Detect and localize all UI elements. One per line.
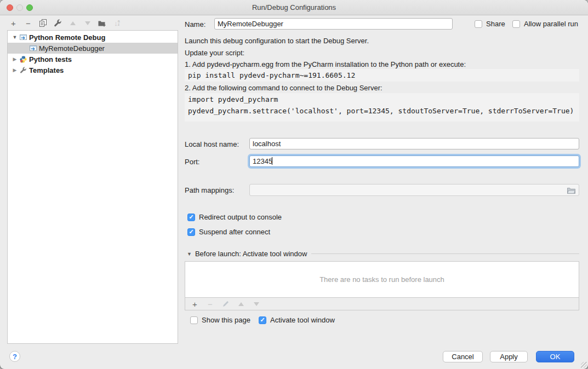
local-host-name-input[interactable] <box>249 138 579 149</box>
move-task-down-icon <box>254 302 259 306</box>
instruction-line-1: Launch this debug configuration to start… <box>185 37 369 45</box>
tree-item-label: Python Remote Debug <box>29 33 105 42</box>
show-this-page-checkbox[interactable] <box>190 316 198 324</box>
before-launch-header[interactable]: ▼ Before launch: Activate tool window <box>187 250 579 258</box>
empty-task-list-text: There are no tasks to run before launch <box>319 275 444 284</box>
move-up-icon <box>70 21 76 25</box>
python-tests-icon <box>19 55 27 63</box>
tree-item-label: Templates <box>29 66 64 74</box>
edit-templates-button[interactable] <box>53 19 62 28</box>
allow-parallel-checkbox-row: Allow parallel run <box>512 20 578 28</box>
move-down-button[interactable] <box>83 19 92 28</box>
redirect-output-checkbox[interactable] <box>187 214 195 221</box>
edit-task-icon <box>222 301 229 307</box>
remote-debug-config-icon <box>29 44 37 52</box>
path-mappings-label: Path mappings: <box>185 186 234 194</box>
redirect-output-row: Redirect output to console <box>187 213 282 221</box>
cancel-button[interactable]: Cancel <box>443 351 483 362</box>
tree-item-myremotedebugger[interactable]: MyRemoteDebugger <box>8 43 178 54</box>
sort-configurations-button[interactable]: ↓az <box>112 19 122 28</box>
before-launch-toolbar: + − <box>185 297 579 310</box>
apply-button[interactable]: Apply <box>490 351 528 362</box>
copy-configuration-button[interactable] <box>38 19 48 28</box>
settrace-code-line-1: import pydevd_pycharm <box>188 95 278 103</box>
remove-icon: − <box>26 19 31 27</box>
sort-alphabetically-icon: ↓az <box>114 19 119 27</box>
copy-icon <box>39 19 47 27</box>
move-task-down-button[interactable] <box>252 299 261 309</box>
chevron-expanded-icon[interactable]: ▼ <box>12 34 18 40</box>
move-task-up-icon <box>238 302 244 306</box>
share-label: Share <box>486 20 505 28</box>
allow-parallel-run-checkbox[interactable] <box>512 20 520 28</box>
new-folder-icon <box>98 20 106 27</box>
name-input[interactable] <box>214 18 453 30</box>
configurations-tree: ▼ Python Remote Debug MyRemoteDebugger <box>7 30 178 344</box>
allow-parallel-run-label: Allow parallel run <box>524 20 578 28</box>
tree-item-python-tests[interactable]: ▶ Python tests <box>8 54 178 65</box>
instruction-step-2: 2. Add the following command to connect … <box>185 84 383 92</box>
window-title: Run/Debug Configurations <box>0 3 588 11</box>
show-this-page-label: Show this page <box>202 316 250 324</box>
text-caret <box>272 157 272 165</box>
remote-debug-config-icon <box>19 33 27 41</box>
question-mark-icon: ? <box>13 353 17 361</box>
configurations-toolbar: + − ↓az <box>9 16 122 30</box>
activate-tool-window-label: Activate tool window <box>270 316 335 324</box>
redirect-output-label: Redirect output to console <box>199 213 282 221</box>
move-up-button[interactable] <box>68 19 77 28</box>
name-label: Name: <box>185 20 205 28</box>
settrace-code: import pydevd_pycharm pydevd_pycharm.set… <box>185 93 579 122</box>
tree-item-templates[interactable]: ▶ Templates <box>8 65 178 76</box>
local-host-name-label: Local host name: <box>185 140 239 148</box>
resize-grip[interactable] <box>581 362 587 368</box>
show-this-page-row: Show this page <box>190 316 250 324</box>
header-separator <box>311 253 579 254</box>
settrace-code-line-2: pydevd_pycharm.settrace('localhost', por… <box>188 107 574 115</box>
add-configuration-button[interactable]: + <box>9 19 18 28</box>
templates-wrench-icon <box>19 66 27 74</box>
title-bar: Run/Debug Configurations <box>0 0 588 15</box>
edit-task-button[interactable] <box>221 299 230 309</box>
tree-item-python-remote-debug[interactable]: ▼ Python Remote Debug <box>8 32 178 43</box>
instruction-step-1: 1. Add pydevd-pycharm.egg from the PyCha… <box>185 60 466 68</box>
run-debug-configurations-dialog: Run/Debug Configurations + − <box>0 0 588 369</box>
remove-task-icon: − <box>208 300 213 308</box>
browse-folder-icon[interactable] <box>567 187 575 194</box>
tree-item-label: MyRemoteDebugger <box>39 44 105 53</box>
suspend-after-connect-row: Suspend after connect <box>187 228 270 236</box>
add-task-icon: + <box>192 300 197 308</box>
path-mappings-input[interactable] <box>249 184 579 196</box>
add-task-button[interactable]: + <box>190 299 199 309</box>
ok-button[interactable]: OK <box>536 351 574 362</box>
pip-install-code: pip install pydevd-pycharm~=191.6605.12 <box>185 69 579 82</box>
remove-task-button[interactable]: − <box>205 299 215 309</box>
activate-tool-window-row: Activate tool window <box>259 316 335 324</box>
suspend-after-connect-label: Suspend after connect <box>199 228 270 236</box>
move-down-icon <box>85 21 90 25</box>
help-button[interactable]: ? <box>9 351 20 362</box>
add-icon: + <box>11 19 16 27</box>
port-label: Port: <box>185 158 199 166</box>
share-checkbox[interactable] <box>475 20 482 28</box>
remove-configuration-button[interactable]: − <box>24 19 33 28</box>
chevron-collapsed-icon[interactable]: ▶ <box>12 67 18 73</box>
chevron-expanded-icon[interactable]: ▼ <box>187 251 192 257</box>
instruction-line-2: Update your script: <box>185 49 244 57</box>
new-folder-button[interactable] <box>98 19 107 28</box>
suspend-after-connect-checkbox[interactable] <box>187 228 195 236</box>
port-input[interactable] <box>249 155 579 167</box>
before-launch-label: Before launch: Activate tool window <box>195 250 307 258</box>
share-checkbox-row: Share <box>475 20 505 28</box>
wrench-icon <box>54 19 62 27</box>
tree-item-label: Python tests <box>29 55 72 64</box>
chevron-collapsed-icon[interactable]: ▶ <box>12 56 18 62</box>
port-input-wrapper <box>249 155 579 167</box>
before-launch-task-list[interactable]: There are no tasks to run before launch <box>185 261 579 298</box>
activate-tool-window-checkbox[interactable] <box>259 316 266 324</box>
move-task-up-button[interactable] <box>236 299 246 309</box>
